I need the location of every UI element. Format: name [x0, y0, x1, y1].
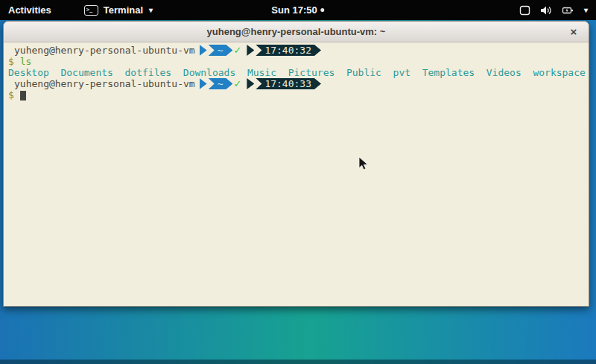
prompt-time-segment: 17:40:32 [256, 45, 321, 56]
prompt-symbol: $ [8, 56, 14, 67]
prompt-line: yuheng@henry-personal-ubuntu-vm ~ ✓ 17:4… [8, 78, 589, 89]
prompt-path-segment: ~ [209, 78, 233, 89]
app-menu-terminal[interactable]: >_ Terminal ▾ [77, 0, 159, 20]
mouse-cursor-icon [358, 156, 369, 171]
prompt-line: yuheng@henry-personal-ubuntu-vm ~ ✓ 17:4… [8, 45, 589, 56]
close-button[interactable]: × [567, 25, 580, 38]
app-menu-label: Terminal [104, 4, 143, 16]
prompt-symbol: $ [8, 89, 14, 100]
clock-menu[interactable]: Sun 17:50 [264, 0, 331, 20]
status-check-icon: ✓ [233, 78, 241, 89]
terminal-screen[interactable]: yuheng@henry-personal-ubuntu-vm ~ ✓ 17:4… [4, 42, 589, 307]
terminal-window: yuheng@henry-personal-ubuntu-vm: ~ × yuh… [3, 21, 589, 307]
prompt-path-segment: ~ [209, 45, 233, 56]
powerline-arrow-icon [247, 45, 254, 56]
terminal-app-icon: >_ [84, 5, 98, 16]
volume-icon [540, 5, 552, 16]
ls-output-line: Desktop Documents dotfiles Downloads Mus… [8, 67, 589, 78]
window-title: yuheng@henry-personal-ubuntu-vm: ~ [207, 26, 386, 37]
command-text: ls [20, 56, 32, 67]
battery-charging-icon [562, 5, 574, 16]
chevron-down-icon: ▾ [149, 7, 153, 14]
command-line: $ ls [8, 56, 589, 67]
system-menu[interactable]: ▾ [513, 0, 595, 20]
top-bar: Activities >_ Terminal ▾ Sun 17:50 [0, 0, 596, 20]
prompt-user-host: yuheng@henry-personal-ubuntu-vm [14, 78, 195, 89]
activities-button[interactable]: Activities [1, 0, 58, 20]
desktop-bottom-edge [0, 360, 596, 364]
status-check-icon: ✓ [233, 45, 241, 56]
screen-icon [519, 5, 530, 16]
prompt-user-host: yuheng@henry-personal-ubuntu-vm [14, 45, 195, 56]
powerline-arrow-icon [247, 78, 254, 89]
powerline-arrow-icon [200, 78, 207, 89]
notification-dot-icon [321, 8, 325, 12]
chevron-down-icon: ▾ [584, 7, 588, 14]
titlebar[interactable]: yuheng@henry-personal-ubuntu-vm: ~ × [4, 22, 589, 42]
powerline-arrow-icon [200, 45, 207, 56]
text-cursor [20, 91, 26, 100]
prompt-time-segment: 17:40:33 [256, 78, 321, 89]
clock-label: Sun 17:50 [271, 4, 317, 16]
input-line: $ [8, 89, 589, 100]
